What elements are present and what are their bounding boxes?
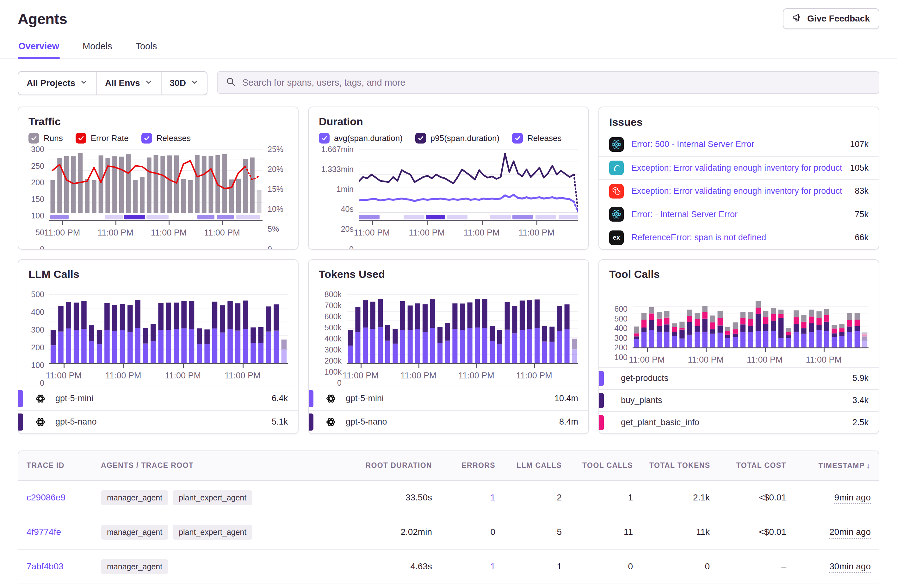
checkbox-icon xyxy=(319,133,329,144)
envs-filter[interactable]: All Envs xyxy=(97,72,161,95)
legend-error-rate-checkbox[interactable]: Error Rate xyxy=(76,133,129,144)
timestamp-cell[interactable]: 9min ago xyxy=(794,481,879,515)
trace-id-link[interactable]: 4f9774fe xyxy=(18,515,93,550)
issues-list: Error: 500 - Internal Server Error 107k … xyxy=(599,133,879,249)
timestamp-cell[interactable]: 42min ago xyxy=(794,584,879,588)
table-header-row: TRACE ID AGENTS / TRACE ROOT ROOT DURATI… xyxy=(18,451,879,481)
llm-calls-cell: 1 xyxy=(504,550,570,584)
tool-calls-card: Tool Calls 100200300400500600 11:00 PM11… xyxy=(599,259,879,434)
x-axis xyxy=(359,220,578,225)
issue-row[interactable]: Error: 500 - Internal Server Error 107k xyxy=(599,133,879,156)
col-llm-calls[interactable]: LLM CALLS xyxy=(504,451,570,481)
x-axis-labels: 11:00 PM11:00 PM11:00 PM11:00 PM xyxy=(632,353,868,367)
legend-row-gpt-5-nano[interactable]: gpt-5-nano 5.1k xyxy=(18,410,298,434)
legend-row-get-plant-basic-info[interactable]: get_plant_basic_info 2.5k xyxy=(599,411,879,434)
col-timestamp[interactable]: TIMESTAMP↓ xyxy=(794,451,879,481)
openai-icon xyxy=(34,416,46,428)
errors-cell[interactable]: 1 xyxy=(440,550,504,584)
col-errors[interactable]: ERRORS xyxy=(440,451,504,481)
charts-row-1: Traffic Runs Error Rate Releases 0501001… xyxy=(18,107,879,250)
openai-icon xyxy=(34,393,46,405)
legend-runs-checkbox[interactable]: Runs xyxy=(29,133,63,144)
issue-count: 66k xyxy=(855,233,868,243)
legend-row-gpt-5-nano[interactable]: gpt-5-nano 8.4m xyxy=(309,410,588,434)
x-axis xyxy=(49,363,288,368)
x-axis xyxy=(49,220,263,225)
total-tokens-cell: 11k xyxy=(641,515,718,550)
issue-row[interactable]: ex ReferenceError: span is not defined 6… xyxy=(599,226,879,249)
trace-id-link[interactable]: d76184b3 xyxy=(18,584,93,588)
table-row[interactable]: d76184b3 manager_agentplant_expert_agent… xyxy=(18,584,879,588)
errors-cell[interactable]: 1 xyxy=(440,481,504,515)
search-input[interactable] xyxy=(242,77,871,88)
col-trace-id[interactable]: TRACE ID xyxy=(18,451,93,481)
sort-desc-icon: ↓ xyxy=(866,461,871,470)
tool-calls-cell: 1 xyxy=(570,481,641,515)
errors-cell[interactable]: 0 xyxy=(440,515,504,550)
legend-p95-duration-checkbox[interactable]: p95(span.duration) xyxy=(415,133,499,144)
chevron-down-icon xyxy=(190,78,199,89)
table-row[interactable]: 7abf4b03 manager_agent 4.63s 1 1 0 0 – 3… xyxy=(18,550,879,584)
errors-cell[interactable]: 0 xyxy=(440,584,504,588)
legend-row-gpt-5-mini[interactable]: gpt-5-mini 6.4k xyxy=(18,386,298,410)
checkbox-icon xyxy=(415,133,426,144)
issue-count: 75k xyxy=(855,209,868,219)
agent-chip: plant_expert_agent xyxy=(173,490,253,505)
search-bar[interactable] xyxy=(217,71,879,94)
tool-calls-cell: 5 xyxy=(570,584,641,588)
legend-avg-duration-checkbox[interactable]: avg(span.duration) xyxy=(319,133,403,144)
agents-cell: manager_agentplant_expert_agent xyxy=(93,515,345,550)
issue-row[interactable]: Exception: Error validating enough inven… xyxy=(599,179,879,203)
col-agents-trace-root[interactable]: AGENTS / TRACE ROOT xyxy=(93,451,345,481)
tool-calls-plot[interactable] xyxy=(632,299,868,347)
table-row[interactable]: c29086e9 manager_agentplant_expert_agent… xyxy=(18,481,879,515)
laravel-icon xyxy=(609,184,624,199)
release-track[interactable] xyxy=(359,214,578,220)
tab-models[interactable]: Models xyxy=(82,37,113,58)
timestamp-cell[interactable]: 20min ago xyxy=(794,515,879,550)
agent-chip: plant_expert_agent xyxy=(173,525,253,540)
tab-overview[interactable]: Overview xyxy=(18,37,60,58)
agents-cell: manager_agentplant_expert_agent xyxy=(93,584,345,588)
series-color-strip xyxy=(599,371,604,386)
tab-tools[interactable]: Tools xyxy=(135,37,158,58)
issue-row[interactable]: Exception: Error validating enough inven… xyxy=(599,156,879,180)
duration-plot[interactable] xyxy=(359,149,578,213)
openai-icon xyxy=(325,416,337,428)
col-total-tokens[interactable]: TOTAL TOKENS xyxy=(641,451,718,481)
col-tool-calls[interactable]: TOOL CALLS xyxy=(570,451,641,481)
give-feedback-button[interactable]: Give Feedback xyxy=(783,8,879,29)
legend-row-buy-plants[interactable]: buy_plants 3.4k xyxy=(599,389,879,411)
legend-releases-checkbox[interactable]: Releases xyxy=(141,133,191,144)
tokens-used-plot[interactable] xyxy=(347,294,578,363)
tokens-used-card: Tokens Used 0100k200k300k400k500k600k700… xyxy=(308,259,589,434)
traffic-plot[interactable] xyxy=(49,149,263,213)
issue-count: 107k xyxy=(850,139,868,149)
issue-row[interactable]: Error: - Internal Server Error 75k xyxy=(599,203,879,226)
table-row[interactable]: 4f9774fe manager_agentplant_expert_agent… xyxy=(18,515,879,550)
total-cost-cell: <$0.01 xyxy=(718,584,794,588)
y2-axis-labels: 05%10%15%20%25% xyxy=(263,149,288,249)
release-track[interactable] xyxy=(49,214,263,220)
megaphone-icon xyxy=(792,13,802,25)
filter-bar: All Projects All Envs 30D xyxy=(18,71,879,95)
timestamp-cell[interactable]: 30min ago xyxy=(794,550,879,584)
tool-calls-cell: 11 xyxy=(570,515,641,550)
trace-id-link[interactable]: c29086e9 xyxy=(18,481,93,515)
checkbox-icon xyxy=(141,133,152,144)
agents-dashboard: Agents Give Feedback Overview Models Too… xyxy=(0,0,897,588)
traffic-title: Traffic xyxy=(29,115,288,128)
col-root-duration[interactable]: ROOT DURATION xyxy=(345,451,440,481)
col-total-cost[interactable]: TOTAL COST xyxy=(718,451,794,481)
trace-id-link[interactable]: 7abf4b03 xyxy=(18,550,93,584)
tool-calls-title: Tool Calls xyxy=(609,268,868,280)
legend-row-get-products[interactable]: get-products 5.9k xyxy=(599,367,879,389)
issue-count: 83k xyxy=(855,186,868,196)
date-range-filter[interactable]: 30D xyxy=(162,72,207,95)
llm-calls-plot[interactable] xyxy=(49,294,288,363)
legend-releases-checkbox[interactable]: Releases xyxy=(512,133,562,144)
tokens-used-title: Tokens Used xyxy=(319,268,578,280)
projects-filter[interactable]: All Projects xyxy=(18,72,97,95)
search-icon xyxy=(226,77,236,88)
legend-row-gpt-5-mini[interactable]: gpt-5-mini 10.4m xyxy=(309,386,588,410)
